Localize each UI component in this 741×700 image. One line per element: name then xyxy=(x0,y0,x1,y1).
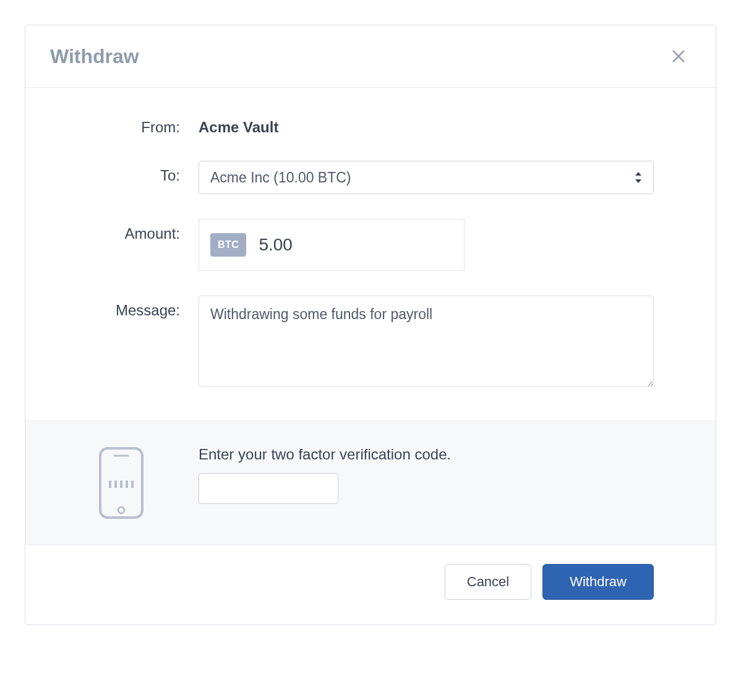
phone-icon-wrap xyxy=(62,446,199,520)
modal-body: From: Acme Vault To: Acme Inc (10.00 BTC… xyxy=(25,88,716,420)
two-factor-input[interactable] xyxy=(199,473,338,504)
currency-badge: BTC xyxy=(210,233,246,257)
from-row: From: Acme Vault xyxy=(62,113,654,136)
message-textarea[interactable] xyxy=(199,296,654,387)
amount-row: Amount: BTC xyxy=(62,219,654,271)
amount-label: Amount: xyxy=(62,219,199,242)
from-value: Acme Vault xyxy=(199,113,654,136)
amount-input[interactable] xyxy=(246,235,401,255)
modal-footer: Cancel Withdraw xyxy=(25,545,716,625)
withdraw-button[interactable]: Withdraw xyxy=(542,564,654,600)
two-factor-content: Enter your two factor verification code. xyxy=(199,446,654,504)
close-icon xyxy=(670,48,687,65)
svg-point-4 xyxy=(118,507,124,513)
phone-icon xyxy=(96,446,146,520)
two-factor-section: Enter your two factor verification code. xyxy=(25,420,716,545)
to-select[interactable]: Acme Inc (10.00 BTC) xyxy=(199,161,654,194)
modal-header: Withdraw xyxy=(25,25,716,88)
to-row: To: Acme Inc (10.00 BTC) xyxy=(62,161,654,194)
close-button[interactable] xyxy=(666,44,691,69)
to-label: To: xyxy=(62,161,199,184)
message-label: Message: xyxy=(62,296,199,319)
withdraw-modal: Withdraw From: Acme Vault To: Acme Inc (… xyxy=(25,25,716,625)
modal-title: Withdraw xyxy=(50,45,139,68)
cancel-button[interactable]: Cancel xyxy=(445,564,531,600)
two-factor-label: Enter your two factor verification code. xyxy=(199,446,654,463)
amount-wrap: BTC xyxy=(199,219,465,271)
message-row: Message: xyxy=(62,296,654,390)
to-select-wrap: Acme Inc (10.00 BTC) xyxy=(199,161,654,194)
from-label: From: xyxy=(62,113,199,136)
